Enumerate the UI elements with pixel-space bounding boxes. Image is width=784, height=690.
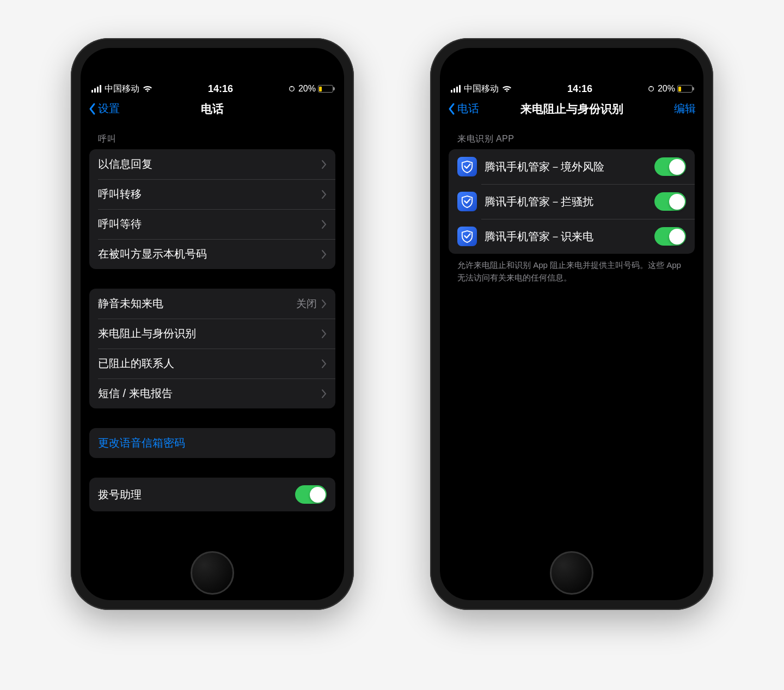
cell-detail-value: 关闭 (296, 297, 317, 311)
cell-change-voicemail-pwd[interactable]: 更改语音信箱密码 (89, 428, 335, 458)
carrier-label: 中国移动 (105, 83, 139, 95)
cell-dial-assist: 拨号助理 (89, 478, 335, 511)
cell-show-caller-id[interactable]: 在被叫方显示本机号码 (89, 239, 335, 269)
back-label: 设置 (98, 101, 120, 116)
settings-content: 来电识别 APP 腾讯手机管家－境外风险 (440, 124, 703, 529)
tencent-guard-icon (457, 157, 477, 176)
battery-percent: 20% (658, 84, 675, 94)
status-time: 14:16 (567, 83, 592, 95)
phone-frame-right: 中国移动 14:16 20% 电话 来电阻止与身份识别 (430, 38, 713, 610)
cell-call-blocking-id[interactable]: 来电阻止与身份识别 (89, 319, 335, 349)
cell-silence-unknown[interactable]: 静音未知来电 关闭 (89, 289, 335, 319)
cell-sms-report[interactable]: 短信 / 来电报告 (89, 378, 335, 408)
toggle-app-block-spam[interactable] (654, 192, 686, 211)
cell-app-caller-id: 腾讯手机管家－识来电 (449, 219, 695, 254)
tencent-guard-icon (457, 192, 477, 211)
toggle-app-overseas-risk[interactable] (654, 157, 686, 176)
wifi-icon (143, 85, 152, 93)
group-voicemail: 更改语音信箱密码 (89, 428, 335, 458)
phone-frame-left: 中国移动 14:16 20% 设置 电话 (71, 38, 354, 610)
battery-indicator: 20% (658, 84, 693, 94)
battery-percent: 20% (298, 84, 316, 94)
section-footer: 允许来电阻止和识别 App 阻止来电并提供主叫号码。这些 App 无法访问有关来… (449, 254, 695, 289)
page-title: 电话 (201, 101, 224, 117)
back-label: 电话 (457, 101, 479, 116)
status-time: 14:16 (208, 83, 233, 95)
cell-call-waiting[interactable]: 呼叫等待 (89, 209, 335, 239)
carrier-label: 中国移动 (464, 83, 499, 95)
home-button[interactable] (550, 551, 593, 595)
nav-bar: 设置 电话 (81, 96, 344, 124)
cell-call-forwarding[interactable]: 呼叫转移 (89, 179, 335, 209)
orientation-lock-icon (289, 85, 295, 93)
chevron-right-icon (321, 249, 327, 259)
back-button[interactable]: 设置 (88, 101, 120, 116)
chevron-right-icon (321, 299, 327, 309)
cellular-signal-icon (91, 85, 101, 93)
chevron-right-icon (321, 359, 327, 369)
screen-right: 中国移动 14:16 20% 电话 来电阻止与身份识别 (440, 48, 703, 600)
toggle-app-caller-id[interactable] (654, 227, 686, 246)
chevron-right-icon (321, 329, 327, 339)
chevron-right-icon (321, 160, 327, 169)
group-call: 以信息回复 呼叫转移 呼叫等待 在被叫方显示本机号码 (89, 149, 335, 269)
settings-content: 呼叫 以信息回复 呼叫转移 呼叫等待 在被叫方显示本机号码 (81, 124, 344, 529)
orientation-lock-icon (648, 85, 654, 93)
group-block: 静音未知来电 关闭 来电阻止与身份识别 已阻止的联系人 短信 / 来电报告 (89, 289, 335, 408)
section-header-call: 呼叫 (89, 124, 335, 149)
cell-reply-with-message[interactable]: 以信息回复 (89, 149, 335, 179)
edit-button[interactable]: 编辑 (674, 101, 696, 116)
section-header-apps: 来电识别 APP (449, 124, 695, 149)
toggle-dial-assist[interactable] (295, 485, 327, 504)
cell-app-overseas-risk: 腾讯手机管家－境外风险 (449, 149, 695, 184)
chevron-right-icon (321, 389, 327, 399)
cell-blocked-contacts[interactable]: 已阻止的联系人 (89, 349, 335, 378)
screen-left: 中国移动 14:16 20% 设置 电话 (81, 48, 344, 600)
page-title: 来电阻止与身份识别 (520, 101, 623, 117)
group-caller-id-apps: 腾讯手机管家－境外风险 腾讯手机管家－拦骚扰 (449, 149, 695, 254)
battery-indicator: 20% (298, 84, 333, 94)
cell-app-block-spam: 腾讯手机管家－拦骚扰 (449, 184, 695, 219)
wifi-icon (502, 85, 512, 93)
chevron-right-icon (321, 219, 327, 229)
status-bar: 中国移动 14:16 20% (440, 81, 703, 96)
chevron-right-icon (321, 190, 327, 199)
home-button[interactable] (191, 551, 234, 595)
cellular-signal-icon (451, 85, 461, 93)
back-button[interactable]: 电话 (448, 101, 479, 116)
nav-bar: 电话 来电阻止与身份识别 编辑 (440, 96, 703, 124)
status-bar: 中国移动 14:16 20% (81, 81, 344, 96)
tencent-guard-icon (457, 227, 477, 246)
group-dial-assist: 拨号助理 (89, 478, 335, 511)
